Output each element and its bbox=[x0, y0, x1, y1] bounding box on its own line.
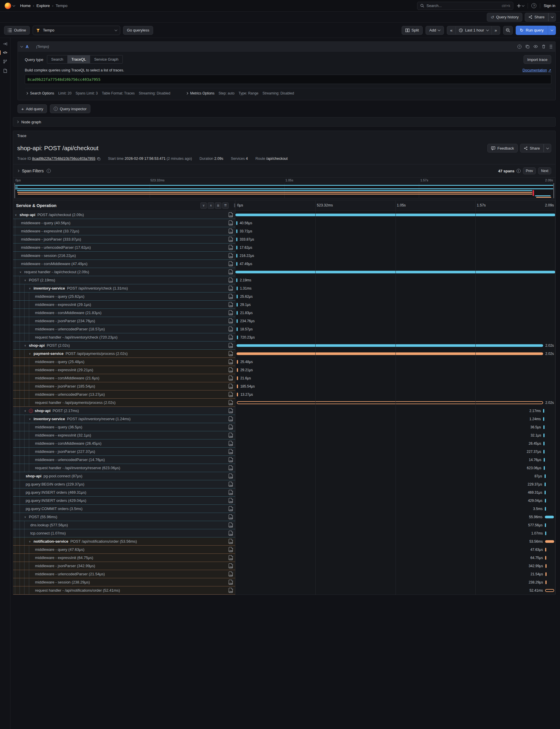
tab-service-graph[interactable]: Service Graph bbox=[90, 55, 123, 63]
span-row[interactable]: middleware - query (36.5μs)LOG36.5μs bbox=[13, 423, 555, 431]
span-log-icon[interactable]: LOG bbox=[229, 351, 233, 356]
span-row[interactable]: middleware - expressInit (32.1μs)LOG32.1… bbox=[13, 431, 555, 439]
span-bar[interactable] bbox=[545, 589, 554, 592]
span-timeline-cell[interactable]: 227.37μs bbox=[235, 447, 555, 456]
span-name-cell[interactable]: middleware - corsMiddleware (47.49μs)LOG bbox=[13, 260, 235, 268]
span-log-icon[interactable]: LOG bbox=[229, 294, 233, 299]
row-expand-chevron-icon[interactable]: ∨ bbox=[15, 214, 20, 216]
span-row[interactable]: middleware - expressInit (29.21μs)LOG29.… bbox=[13, 366, 555, 374]
span-log-icon[interactable]: LOG bbox=[229, 408, 233, 413]
span-log-icon[interactable]: LOG bbox=[229, 522, 233, 527]
span-bar[interactable] bbox=[544, 458, 545, 462]
span-bar[interactable] bbox=[237, 401, 543, 404]
span-timeline-cell[interactable]: 229.37μs bbox=[235, 480, 555, 488]
feedback-button[interactable]: Feedback bbox=[487, 144, 518, 153]
collapse-all-icon[interactable]: ⇊ bbox=[215, 202, 221, 209]
span-log-icon[interactable]: LOG bbox=[229, 498, 233, 503]
span-log-icon[interactable]: LOG bbox=[229, 400, 233, 405]
span-row[interactable]: ∨shop-apiPOST (2.02s)LOG2.02s bbox=[13, 342, 555, 350]
span-timeline-cell[interactable]: 469.31μs bbox=[235, 488, 555, 496]
span-name-cell[interactable]: middleware - expressInit (29.21μs)LOG bbox=[13, 366, 235, 374]
row-expand-chevron-icon[interactable]: ∨ bbox=[24, 344, 29, 347]
span-row[interactable]: middleware - session (238.29μs)LOG238.29… bbox=[13, 578, 555, 586]
span-name-cell[interactable]: ∨inventory-servicePOST /api/inventory/re… bbox=[13, 415, 235, 423]
row-expand-chevron-icon[interactable]: ∨ bbox=[24, 279, 29, 282]
span-name-cell[interactable]: request handler - /api/inventory/reserve… bbox=[13, 464, 235, 472]
span-timeline-cell[interactable] bbox=[235, 268, 555, 276]
span-timeline-cell[interactable]: 238.29μs bbox=[235, 578, 555, 586]
span-bar[interactable] bbox=[543, 425, 545, 429]
span-log-icon[interactable]: LOG bbox=[229, 539, 233, 544]
span-row[interactable]: ∨inventory-servicePOST /api/inventory/re… bbox=[13, 415, 555, 423]
run-query-button[interactable]: ↻ Run query bbox=[516, 26, 548, 35]
span-timeline-cell[interactable]: 185.54μs bbox=[235, 382, 555, 390]
span-timeline-cell[interactable]: 21.54μs bbox=[235, 570, 555, 578]
hide-response-eye-icon[interactable] bbox=[533, 45, 538, 48]
span-row[interactable]: middleware - jsonParser (234.76μs)LOG234… bbox=[13, 317, 555, 325]
span-timeline-cell[interactable]: 18.57μs bbox=[235, 325, 555, 333]
span-name-cell[interactable]: ∨shop-apiPOST (2.02s)LOG bbox=[13, 342, 235, 350]
span-name-cell[interactable]: middleware - query (36.5μs)LOG bbox=[13, 423, 235, 431]
expand-all-icon[interactable]: ⇈ bbox=[222, 202, 229, 209]
span-log-icon[interactable]: LOG bbox=[229, 253, 233, 258]
query-help-icon[interactable]: ? bbox=[517, 45, 521, 49]
span-timeline-cell[interactable]: 2.17ms bbox=[235, 407, 555, 415]
add-query-button[interactable]: + Add query bbox=[17, 104, 47, 113]
span-log-icon[interactable]: LOG bbox=[229, 359, 233, 364]
span-log-icon[interactable]: LOG bbox=[229, 286, 233, 291]
span-name-cell[interactable]: middleware - session (238.29μs)LOG bbox=[13, 578, 235, 586]
span-row[interactable]: middleware - expressInit (29.1μs)LOG29.1… bbox=[13, 301, 555, 309]
span-timeline-cell[interactable]: 2.19ms bbox=[235, 276, 555, 284]
span-row[interactable]: ∨!shop-apiPOST (2.17ms)LOG2.17ms bbox=[13, 407, 555, 415]
documentation-link[interactable]: Documentation ↗ bbox=[522, 68, 551, 72]
span-name-cell[interactable]: ∨shop-apiPOST /api/checkout (2.09s)LOG bbox=[13, 211, 235, 219]
span-name-cell[interactable]: middleware - urlencodedParser (14.76μs)L… bbox=[13, 456, 235, 464]
span-name-cell[interactable]: ∨inventory-servicePOST /api/inventory/ch… bbox=[13, 284, 235, 293]
span-timeline-cell[interactable]: 29.1μs bbox=[235, 301, 555, 309]
span-log-icon[interactable]: LOG bbox=[229, 310, 233, 315]
expand-one-icon[interactable]: ∧ bbox=[208, 202, 214, 209]
span-bar[interactable] bbox=[543, 450, 545, 454]
span-name-cell[interactable]: middleware - jsonParser (185.54μs)LOG bbox=[13, 382, 235, 390]
span-bar[interactable] bbox=[237, 376, 238, 380]
span-row[interactable]: middleware - session (216.22μs)LOG216.22… bbox=[13, 252, 555, 260]
span-log-icon[interactable]: LOG bbox=[229, 335, 233, 340]
span-log-icon[interactable]: LOG bbox=[229, 367, 233, 372]
span-name-cell[interactable]: middleware - jsonParser (234.76μs)LOG bbox=[13, 317, 235, 325]
span-log-icon[interactable]: LOG bbox=[229, 433, 233, 438]
span-log-icon[interactable]: LOG bbox=[229, 392, 233, 397]
span-name-cell[interactable]: middleware - jsonParser (333.87μs)LOG bbox=[13, 235, 235, 244]
span-bar[interactable] bbox=[236, 238, 237, 242]
span-bar[interactable] bbox=[237, 319, 238, 323]
time-range-picker[interactable]: Last 1 hour bbox=[456, 26, 492, 35]
span-name-cell[interactable]: ∨request handler - /api/checkout (2.09s)… bbox=[13, 268, 235, 276]
span-log-icon[interactable]: LOG bbox=[229, 245, 233, 250]
span-row[interactable]: ∨request handler - /api/checkout (2.09s)… bbox=[13, 268, 555, 276]
span-name-cell[interactable]: middleware - corsMiddleware (21.83μs)LOG bbox=[13, 309, 235, 317]
zoom-out-button[interactable] bbox=[503, 26, 513, 35]
span-timeline-cell[interactable]: 52.41ms bbox=[235, 586, 555, 595]
row-expand-chevron-icon[interactable]: ∨ bbox=[29, 417, 34, 420]
split-button[interactable]: Split bbox=[402, 26, 423, 35]
span-timeline-cell[interactable]: 36.5μs bbox=[235, 423, 555, 431]
span-bar[interactable] bbox=[237, 384, 238, 388]
metrics-options-toggle[interactable]: Metrics Options bbox=[186, 91, 214, 95]
sign-in-link[interactable]: Sign in bbox=[544, 4, 555, 8]
span-row[interactable]: middleware - corsMiddleware (26.45μs)LOG… bbox=[13, 439, 555, 447]
span-log-icon[interactable]: LOG bbox=[229, 212, 233, 217]
span-bar[interactable] bbox=[544, 466, 545, 470]
queries-code-icon[interactable]: </> bbox=[0, 51, 10, 54]
span-timeline-cell[interactable]: 26.45μs bbox=[235, 439, 555, 447]
span-log-icon[interactable]: LOG bbox=[229, 424, 233, 429]
run-query-interval-chevron[interactable] bbox=[548, 26, 556, 35]
span-timeline-cell[interactable]: 1.07ms bbox=[235, 529, 555, 537]
span-log-icon[interactable]: LOG bbox=[229, 302, 233, 307]
span-timeline-cell[interactable]: 21.83μs bbox=[235, 309, 555, 317]
span-bar[interactable] bbox=[545, 474, 546, 478]
span-row[interactable]: middleware - urlencodedParser (13.27μs)L… bbox=[13, 390, 555, 398]
span-bar[interactable] bbox=[235, 214, 555, 216]
span-row[interactable]: ∨payment-servicePOST /api/payments/proce… bbox=[13, 350, 555, 358]
collapse-query-chevron[interactable] bbox=[20, 45, 23, 48]
span-timeline-cell[interactable]: 3.5ms bbox=[235, 505, 555, 513]
span-name-cell[interactable]: middleware - expressInit (32.1μs)LOG bbox=[13, 431, 235, 439]
